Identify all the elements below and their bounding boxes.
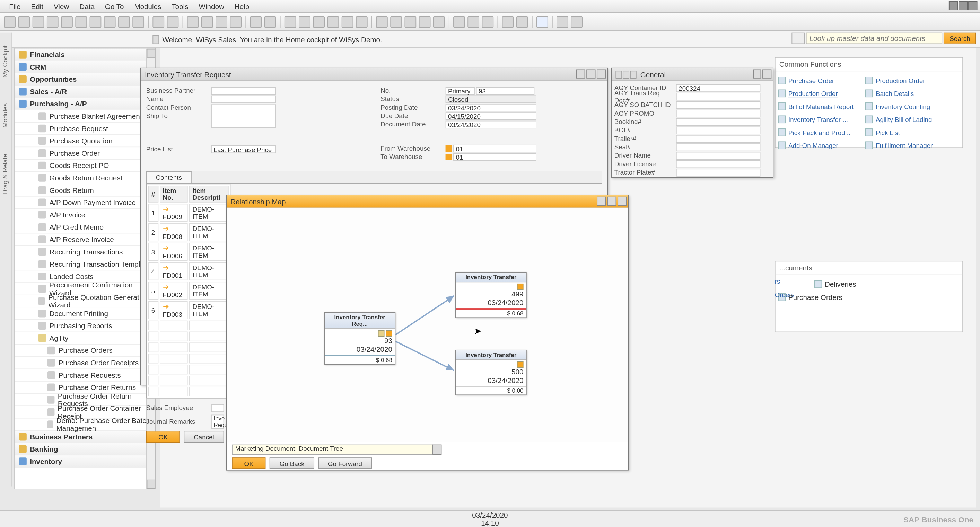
search-button[interactable]: Search xyxy=(944,33,976,44)
cancel-button[interactable]: Cancel xyxy=(184,431,224,443)
menu-file[interactable]: File xyxy=(4,2,25,10)
nav-purchasing-a-p[interactable]: Purchasing - A/P xyxy=(15,98,155,110)
nav-sub-purchase-quotation-generation-wizard[interactable]: Purchase Quotation Generation Wizard xyxy=(15,295,155,308)
search-icon[interactable] xyxy=(792,33,805,44)
nav-sub-goods-receipt-po[interactable]: Goods Receipt PO xyxy=(15,160,155,172)
field-bp[interactable] xyxy=(211,87,276,94)
field-fromw[interactable]: 01 xyxy=(453,144,536,152)
tool-filter-icon[interactable] xyxy=(250,16,262,28)
tool-sort-icon[interactable] xyxy=(264,16,276,28)
gen-dropdown-icon[interactable] xyxy=(753,70,761,79)
table-row[interactable]: 2➔ FD008DEMO-ITEM xyxy=(148,223,228,241)
table-row[interactable]: 4➔ FD001DEMO-ITEM xyxy=(148,262,228,280)
go-back-button[interactable]: Go Back xyxy=(270,457,314,469)
tool-last-record-icon[interactable] xyxy=(230,16,242,28)
cf-item[interactable]: Agility Bill of Lading xyxy=(865,113,953,126)
go-forward-button[interactable]: Go Forward xyxy=(318,457,372,469)
tool-launch-app-icon[interactable] xyxy=(118,16,130,28)
nav-crm[interactable]: CRM xyxy=(15,61,155,73)
gen-field[interactable]: 200324 xyxy=(676,84,760,92)
itr-titlebar[interactable]: Inventory Transfer Request xyxy=(141,68,608,81)
tool-print-icon[interactable] xyxy=(18,16,30,28)
menu-view[interactable]: View xyxy=(49,2,74,10)
tool-first-record-icon[interactable] xyxy=(187,16,199,28)
nav-sub-purchasing-reports[interactable]: Purchasing Reports xyxy=(15,320,155,332)
nav-financials[interactable]: Financials xyxy=(15,49,155,61)
field-due[interactable]: 04/15/2020 xyxy=(445,112,536,119)
table-row[interactable]: 1➔ FD009DEMO-ITEM xyxy=(148,203,228,222)
nav-inventory[interactable]: Inventory xyxy=(15,456,155,468)
tool-sms-icon[interactable] xyxy=(47,16,59,28)
table-row[interactable]: 3➔ FD006DEMO-ITEM xyxy=(148,243,228,261)
tool-volume-icon[interactable] xyxy=(342,16,353,28)
tool-lock-icon[interactable] xyxy=(132,16,144,28)
field-posting[interactable]: 03/24/2020 xyxy=(445,103,536,111)
gen-field[interactable] xyxy=(676,110,760,117)
close-icon[interactable] xyxy=(968,2,977,10)
itr-close-icon[interactable] xyxy=(597,70,606,79)
cf-item[interactable]: Batch Details xyxy=(865,87,953,100)
rel-min-icon[interactable] xyxy=(597,197,606,206)
nav-sub-document-printing[interactable]: Document Printing xyxy=(15,308,155,320)
node-inventory-transfer-1[interactable]: Inventory Transfer 499 03/24/2020 $ 0.68 xyxy=(455,272,527,318)
table-row[interactable]: 5➔ FD002DEMO-ITEM xyxy=(148,281,228,300)
nav-opportunities[interactable]: Opportunities xyxy=(15,73,155,86)
tool-preview-icon[interactable] xyxy=(4,16,16,28)
field-docdate[interactable]: 03/24/2020 xyxy=(445,121,536,128)
nav-sub-recurring-transactions[interactable]: Recurring Transactions xyxy=(15,246,155,258)
nav-sub-a-p-down-payment-invoice[interactable]: A/P Down Payment Invoice xyxy=(15,197,155,209)
itr-max-icon[interactable] xyxy=(586,70,595,79)
cf-item[interactable]: Pick List xyxy=(865,126,953,139)
tool-next-record-icon[interactable] xyxy=(216,16,228,28)
side-tab-drag-relate[interactable]: Drag & Relate xyxy=(0,141,10,208)
node-inventory-transfer-request[interactable]: Inventory Transfer Req... 93 03/24/2020 … xyxy=(324,312,395,365)
tool-target-doc-icon[interactable] xyxy=(299,16,310,28)
nav-sub2-purchase-requests[interactable]: Purchase Requests xyxy=(15,369,155,382)
nav-sub-purchase-order[interactable]: Purchase Order xyxy=(15,147,155,160)
nav-sub-a-p-reserve-invoice[interactable]: A/P Reserve Invoice xyxy=(15,234,155,246)
tool-add-icon[interactable] xyxy=(167,16,179,28)
cf-item[interactable]: Fulfillment Manager xyxy=(865,139,953,152)
tool-fax-icon[interactable] xyxy=(61,16,73,28)
tool-workbench-icon[interactable] xyxy=(571,16,582,28)
cf-item[interactable]: Add-On Manager xyxy=(778,139,865,152)
gen-field[interactable] xyxy=(676,92,760,100)
cf-item[interactable]: Inventory Transfer ... xyxy=(778,113,865,126)
field-shipto[interactable] xyxy=(211,104,276,127)
nav-sub-purchase-blanket-agreement[interactable]: Purchase Blanket Agreement xyxy=(15,110,155,123)
gen-field[interactable] xyxy=(676,143,760,151)
menu-window[interactable]: Window xyxy=(194,2,229,10)
nav-sub-a-p-invoice[interactable]: A/P Invoice xyxy=(15,209,155,221)
nav-next-icon[interactable] xyxy=(630,70,636,78)
field-name[interactable] xyxy=(211,95,276,103)
nav-sales-a-r[interactable]: Sales - A/R xyxy=(15,86,155,98)
tool-journal-icon[interactable] xyxy=(356,16,368,28)
field-tow[interactable]: 01 xyxy=(453,153,536,160)
nav-prev-icon[interactable] xyxy=(623,70,629,78)
cf-item[interactable]: Purchase Order xyxy=(778,74,865,87)
nav-sub-goods-return[interactable]: Goods Return xyxy=(15,184,155,197)
menu-data[interactable]: Data xyxy=(74,2,100,10)
gen-field[interactable] xyxy=(676,152,760,159)
scroll-down-icon[interactable] xyxy=(147,479,156,489)
cf-item[interactable]: Pick Pack and Prod... xyxy=(778,126,865,139)
gen-field[interactable] xyxy=(676,135,760,142)
menu-help[interactable]: Help xyxy=(229,2,255,10)
tool-help-icon[interactable] xyxy=(536,16,548,28)
gen-titlebar[interactable]: General xyxy=(612,68,773,81)
nav-sub-a-p-credit-memo[interactable]: A/P Credit Memo xyxy=(15,221,155,234)
cf-item[interactable]: Inventory Counting xyxy=(865,100,953,113)
gen-field[interactable] xyxy=(676,126,760,134)
rel-max-icon[interactable] xyxy=(607,197,616,206)
menu-goto[interactable]: Go To xyxy=(100,2,129,10)
nav-first-icon[interactable] xyxy=(616,70,622,78)
field-pricelist[interactable]: Last Purchase Price xyxy=(211,145,276,153)
maximize-icon[interactable] xyxy=(959,2,967,10)
tool-branches-icon[interactable] xyxy=(502,16,514,28)
tool-base-doc-icon[interactable] xyxy=(285,16,296,28)
link-arrow-icon[interactable] xyxy=(445,145,452,152)
tool-gross-profit-icon[interactable] xyxy=(313,16,325,28)
tool-form-settings-icon[interactable] xyxy=(390,16,402,28)
tool-export-word-icon[interactable] xyxy=(90,16,102,28)
rel-titlebar[interactable]: Relationship Map xyxy=(227,195,628,208)
